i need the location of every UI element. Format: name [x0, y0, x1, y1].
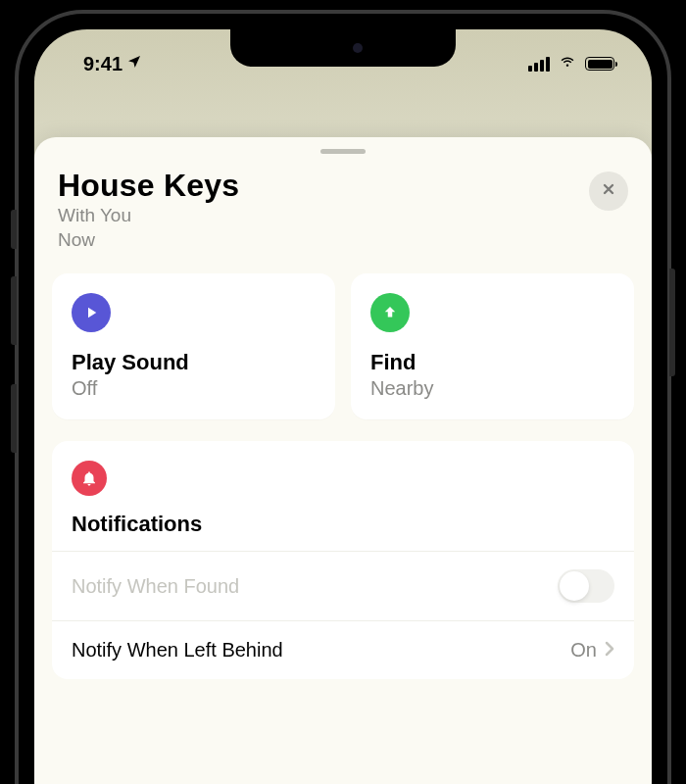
item-title: House Keys — [58, 168, 239, 204]
bell-icon — [72, 461, 107, 496]
play-icon — [72, 293, 111, 332]
arrow-up-icon — [370, 293, 410, 332]
find-card[interactable]: Find Nearby — [351, 273, 634, 419]
item-sheet: House Keys With You Now Play Sound Off — [34, 137, 652, 784]
sheet-header: House Keys With You Now — [52, 168, 634, 252]
notify-left-behind-label: Notify When Left Behind — [72, 639, 283, 662]
close-icon — [601, 181, 616, 201]
notifications-card: Notifications Notify When Found Notify W… — [52, 441, 634, 679]
item-location-status: With You — [58, 204, 239, 228]
status-time: 9:41 — [83, 53, 122, 75]
location-icon — [126, 54, 142, 74]
cellular-icon — [528, 57, 550, 72]
notify-left-behind-value: On — [570, 639, 597, 662]
close-button[interactable] — [589, 172, 628, 211]
find-title: Find — [370, 350, 614, 375]
notify-when-found-toggle — [558, 569, 614, 603]
side-button-right — [669, 269, 675, 376]
notifications-title: Notifications — [72, 512, 614, 537]
notify-when-found-row: Notify When Found — [52, 551, 634, 620]
find-status: Nearby — [370, 377, 614, 400]
notch — [230, 29, 456, 67]
wifi-icon — [557, 53, 578, 75]
notify-left-behind-row[interactable]: Notify When Left Behind On — [52, 620, 634, 679]
phone-frame: 9:41 House Keys — [15, 10, 671, 784]
battery-icon — [585, 57, 614, 71]
side-buttons-left — [11, 210, 17, 492]
chevron-right-icon — [605, 639, 614, 662]
play-sound-status: Off — [72, 377, 316, 400]
notify-when-found-label: Notify When Found — [72, 575, 239, 598]
play-sound-card[interactable]: Play Sound Off — [52, 273, 335, 419]
item-time-status: Now — [58, 228, 239, 253]
phone-screen: 9:41 House Keys — [34, 29, 652, 784]
play-sound-title: Play Sound — [72, 350, 316, 375]
sheet-grabber[interactable] — [320, 149, 366, 154]
